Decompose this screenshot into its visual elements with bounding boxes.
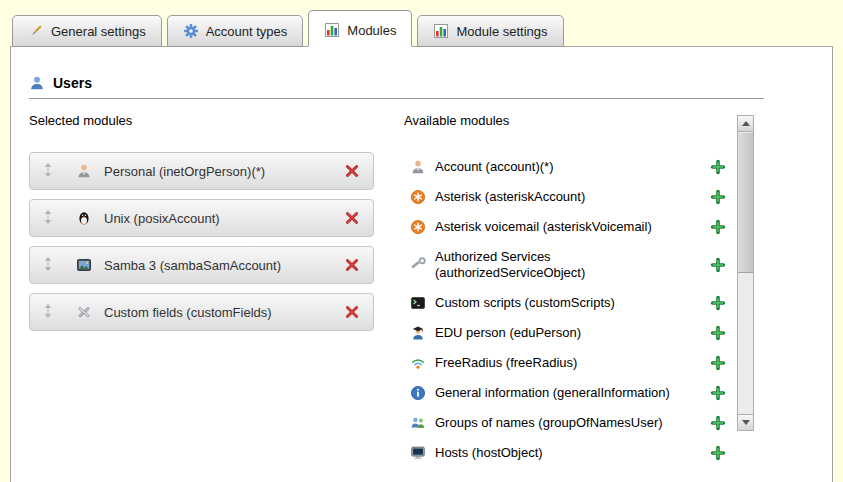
selected-module-label: Personal (inetOrgPerson)(*) <box>104 164 265 179</box>
add-module-button[interactable] <box>710 355 726 371</box>
available-module-row: Groups of names (groupOfNamesUser) <box>404 408 726 438</box>
tab-label: Modules <box>347 23 396 38</box>
asterisk-icon <box>410 189 426 205</box>
add-module-button[interactable] <box>710 385 726 401</box>
selected-modules-header: Selected modules <box>29 113 374 128</box>
add-module-button[interactable] <box>710 415 726 431</box>
wifi-icon <box>410 355 426 371</box>
selected-modules-column: Selected modules Personal (inetOrgPerson… <box>29 113 374 470</box>
gear-icon <box>183 23 199 39</box>
available-module-row: Authorized Services (authorizedServiceOb… <box>404 242 726 288</box>
modules-panel: Users Selected modules Personal (inetOrg… <box>10 46 833 482</box>
remove-module-button[interactable] <box>344 304 360 320</box>
modules-columns: Selected modules Personal (inetOrgPerson… <box>29 113 832 470</box>
tux-icon <box>76 210 92 226</box>
add-module-button[interactable] <box>710 295 726 311</box>
available-module-row: Hosts (hostObject) <box>404 438 726 468</box>
available-module-row: Account (account)(*) <box>404 152 726 182</box>
add-module-button[interactable] <box>710 325 726 341</box>
drag-handle-icon[interactable] <box>43 257 59 273</box>
selected-module-row: Samba 3 (sambaSamAccount) <box>29 246 374 284</box>
tools-icon <box>410 257 426 273</box>
graduate-icon <box>410 325 426 341</box>
section-title: Users <box>53 75 92 91</box>
selected-modules-list: Personal (inetOrgPerson)(*)Unix (posixAc… <box>29 152 374 331</box>
section-divider <box>29 98 764 99</box>
available-module-label: FreeRadius (freeRadius) <box>435 355 577 371</box>
info-icon <box>410 385 426 401</box>
add-module-button[interactable] <box>710 257 726 273</box>
tab-bar: General settings Account types Modules M… <box>0 0 843 47</box>
scroll-down-button[interactable] <box>738 414 753 430</box>
chart-icon <box>433 23 449 39</box>
tab-modules[interactable]: Modules <box>308 10 412 47</box>
tab-label: General settings <box>51 24 146 39</box>
available-module-row: Asterisk voicemail (asteriskVoicemail) <box>404 212 726 242</box>
asterisk-icon <box>410 219 426 235</box>
computer-icon <box>410 445 426 461</box>
available-module-label: EDU person (eduPerson) <box>435 325 581 341</box>
available-modules-list: Account (account)(*)Asterisk (asteriskAc… <box>404 152 754 470</box>
section-heading: Users <box>29 75 832 91</box>
pencils-icon <box>76 304 92 320</box>
available-module-label: Groups of names (groupOfNamesUser) <box>435 415 663 431</box>
scroll-up-button[interactable] <box>738 116 753 132</box>
selected-module-label: Custom fields (customFields) <box>104 305 272 320</box>
add-module-button[interactable] <box>710 445 726 461</box>
available-module-row: Asterisk (asteriskAccount) <box>404 182 726 212</box>
drag-handle-icon[interactable] <box>43 304 59 320</box>
available-module-label: Authorized Services (authorizedServiceOb… <box>435 249 695 281</box>
available-module-label: Hosts (hostObject) <box>435 445 543 461</box>
drag-handle-icon[interactable] <box>43 210 59 226</box>
lam-config-page: General settings Account types Modules M… <box>0 0 843 482</box>
terminal-icon <box>410 295 426 311</box>
samba-icon <box>76 257 92 273</box>
remove-module-button[interactable] <box>344 257 360 273</box>
available-module-label: Asterisk (asteriskAccount) <box>435 189 585 205</box>
selected-module-row: Unix (posixAccount) <box>29 199 374 237</box>
remove-module-button[interactable] <box>344 163 360 179</box>
scroll-down-icon <box>742 420 750 425</box>
scroll-thumb[interactable] <box>738 133 753 273</box>
drag-handle-icon[interactable] <box>43 163 59 179</box>
selected-module-row: Personal (inetOrgPerson)(*) <box>29 152 374 190</box>
selected-module-label: Samba 3 (sambaSamAccount) <box>104 258 281 273</box>
available-module-label: Account (account)(*) <box>435 159 554 175</box>
add-module-button[interactable] <box>710 159 726 175</box>
available-modules-column: Available modules Account (account)(*)As… <box>404 113 754 470</box>
user-icon <box>29 75 45 91</box>
tab-module-settings[interactable]: Module settings <box>417 15 563 47</box>
tab-account-types[interactable]: Account types <box>167 15 304 47</box>
add-module-button[interactable] <box>710 219 726 235</box>
selected-module-row: Custom fields (customFields) <box>29 293 374 331</box>
person-icon <box>410 159 426 175</box>
available-modules-header: Available modules <box>404 113 754 128</box>
available-module-label: Custom scripts (customScripts) <box>435 295 615 311</box>
available-module-label: Asterisk voicemail (asteriskVoicemail) <box>435 219 652 235</box>
chart-icon <box>324 22 340 38</box>
available-module-row: Custom scripts (customScripts) <box>404 288 726 318</box>
available-module-label: General information (generalInformation) <box>435 385 670 401</box>
tab-general-settings[interactable]: General settings <box>12 15 162 47</box>
remove-module-button[interactable] <box>344 210 360 226</box>
person-icon <box>76 163 92 179</box>
selected-module-label: Unix (posixAccount) <box>104 211 220 226</box>
add-module-button[interactable] <box>710 189 726 205</box>
scrollbar[interactable] <box>737 115 754 431</box>
available-module-row: General information (generalInformation) <box>404 378 726 408</box>
tab-label: Module settings <box>456 24 547 39</box>
available-module-row: FreeRadius (freeRadius) <box>404 348 726 378</box>
tab-label: Account types <box>206 24 288 39</box>
available-module-row: EDU person (eduPerson) <box>404 318 726 348</box>
group-icon <box>410 415 426 431</box>
scroll-up-icon <box>742 121 750 126</box>
wrench-icon <box>28 23 44 39</box>
